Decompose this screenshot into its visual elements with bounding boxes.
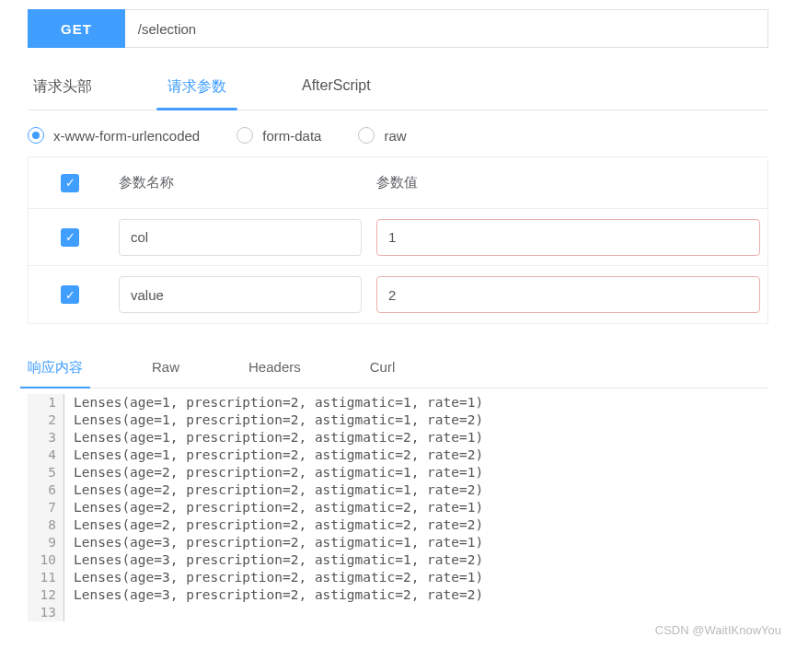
radio-icon xyxy=(28,127,44,144)
line-number: 1 xyxy=(28,394,64,411)
param-row: ✓ xyxy=(29,266,767,323)
tab-after-script[interactable]: AfterScript xyxy=(296,68,376,110)
radio-label: x-www-form-urlencoded xyxy=(53,128,200,144)
body-type-radios: x-www-form-urlencoded form-data raw xyxy=(28,127,768,144)
line-number: 9 xyxy=(28,534,64,551)
code-line: 2Lenses(age=1, prescription=2, astigmati… xyxy=(28,411,768,429)
code-line: 4Lenses(age=1, prescription=2, astigmati… xyxy=(28,446,768,464)
code-line: 5Lenses(age=2, prescription=2, astigmati… xyxy=(28,464,768,481)
line-number: 12 xyxy=(28,586,64,604)
line-content: Lenses(age=1, prescription=2, astigmatic… xyxy=(64,429,483,446)
line-content: Lenses(age=3, prescription=2, astigmatic… xyxy=(64,551,483,569)
line-content: Lenses(age=3, prescription=2, astigmatic… xyxy=(64,534,483,551)
url-input[interactable] xyxy=(125,9,768,48)
line-content: Lenses(age=1, prescription=2, astigmatic… xyxy=(64,411,483,429)
param-value-input[interactable] xyxy=(376,276,760,313)
response-tabs: 响应内容 Raw Headers Curl xyxy=(28,352,768,388)
check-icon: ✓ xyxy=(65,230,75,244)
code-line: 6Lenses(age=2, prescription=2, astigmati… xyxy=(28,481,768,499)
radio-label: form-data xyxy=(262,128,321,144)
radio-label: raw xyxy=(384,128,406,144)
select-all-checkbox[interactable]: ✓ xyxy=(61,174,79,192)
tab-request-headers[interactable]: 请求头部 xyxy=(28,68,98,110)
line-number: 10 xyxy=(28,551,64,569)
code-line: 8Lenses(age=2, prescription=2, astigmati… xyxy=(28,516,768,534)
radio-icon xyxy=(358,127,375,144)
line-number: 2 xyxy=(28,411,64,429)
line-content: Lenses(age=2, prescription=2, astigmatic… xyxy=(64,464,483,481)
line-number: 8 xyxy=(28,516,64,534)
param-checkbox[interactable]: ✓ xyxy=(61,228,79,247)
line-number: 5 xyxy=(28,464,64,481)
params-header-name: 参数名称 xyxy=(111,174,369,191)
tab-response-content[interactable]: 响应内容 xyxy=(28,352,83,388)
line-content: Lenses(age=3, prescription=2, astigmatic… xyxy=(64,569,483,586)
code-line: 9Lenses(age=3, prescription=2, astigmati… xyxy=(28,534,768,551)
http-method-button[interactable]: GET xyxy=(28,9,125,48)
check-icon: ✓ xyxy=(65,288,75,302)
tab-response-raw[interactable]: Raw xyxy=(152,352,179,388)
radio-urlencoded[interactable]: x-www-form-urlencoded xyxy=(28,127,200,144)
radio-icon xyxy=(236,127,253,144)
line-content: Lenses(age=3, prescription=2, astigmatic… xyxy=(64,586,483,604)
radio-raw[interactable]: raw xyxy=(358,127,406,144)
param-row: ✓ xyxy=(29,209,767,266)
param-name-input[interactable] xyxy=(119,276,362,313)
line-content: Lenses(age=1, prescription=2, astigmatic… xyxy=(64,446,483,464)
radio-form-data[interactable]: form-data xyxy=(236,127,321,144)
code-line: 12Lenses(age=3, prescription=2, astigmat… xyxy=(28,586,768,604)
url-bar: GET xyxy=(28,9,768,48)
code-line: 1Lenses(age=1, prescription=2, astigmati… xyxy=(28,394,768,411)
code-line: 3Lenses(age=1, prescription=2, astigmati… xyxy=(28,429,768,446)
line-content: Lenses(age=1, prescription=2, astigmatic… xyxy=(64,394,483,411)
line-content: Lenses(age=2, prescription=2, astigmatic… xyxy=(64,481,483,499)
line-number: 13 xyxy=(28,604,64,621)
code-line: 10Lenses(age=3, prescription=2, astigmat… xyxy=(28,551,768,569)
param-checkbox[interactable]: ✓ xyxy=(61,285,79,304)
tab-response-headers[interactable]: Headers xyxy=(248,352,301,388)
param-name-input[interactable] xyxy=(119,219,362,256)
line-number: 11 xyxy=(28,569,64,586)
param-value-input[interactable] xyxy=(376,219,760,256)
code-line: 11Lenses(age=3, prescription=2, astigmat… xyxy=(28,569,768,586)
check-icon: ✓ xyxy=(65,176,75,190)
params-header-value: 参数值 xyxy=(369,174,767,191)
params-header-row: ✓ 参数名称 参数值 xyxy=(29,157,767,209)
line-number: 4 xyxy=(28,446,64,464)
line-content: Lenses(age=2, prescription=2, astigmatic… xyxy=(64,516,483,534)
line-content xyxy=(64,604,74,621)
tab-request-params[interactable]: 请求参数 xyxy=(162,68,232,110)
params-table: ✓ 参数名称 参数值 ✓ ✓ xyxy=(28,156,768,324)
tab-response-curl[interactable]: Curl xyxy=(370,352,396,388)
code-line: 7Lenses(age=2, prescription=2, astigmati… xyxy=(28,499,768,516)
line-number: 7 xyxy=(28,499,64,516)
line-number: 6 xyxy=(28,481,64,499)
line-content: Lenses(age=2, prescription=2, astigmatic… xyxy=(64,499,483,516)
request-tabs: 请求头部 请求参数 AfterScript xyxy=(28,68,768,110)
response-body: 1Lenses(age=1, prescription=2, astigmati… xyxy=(28,394,768,621)
line-number: 3 xyxy=(28,429,64,446)
watermark: CSDN @WaitIKnowYou xyxy=(0,620,796,641)
